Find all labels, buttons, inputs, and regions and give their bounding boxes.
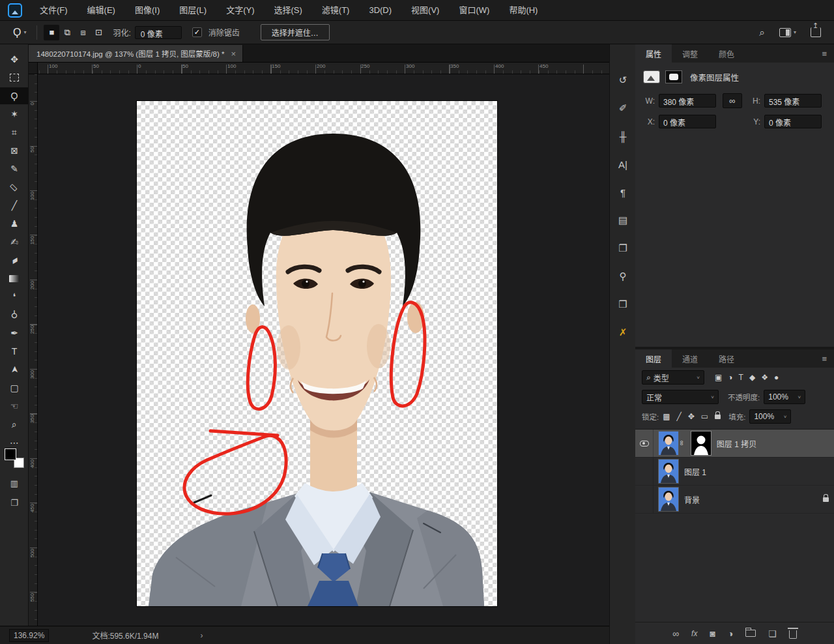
layer-thumbnail[interactable]	[659, 460, 678, 483]
lock-all-icon[interactable]	[715, 415, 721, 419]
type-tool[interactable]: T	[0, 343, 29, 360]
filter-type-layers-icon[interactable]: T	[739, 373, 743, 382]
tab-color[interactable]: 颜色	[708, 44, 745, 63]
layer-thumbnail[interactable]	[659, 432, 678, 455]
quick-mask-button[interactable]: ▥	[0, 478, 29, 488]
layer-row-background[interactable]: 背景	[635, 486, 834, 514]
share-icon[interactable]	[811, 27, 821, 37]
gradient-tool[interactable]	[0, 270, 29, 287]
lock-transparency-icon[interactable]: ▩	[663, 412, 670, 421]
menu-select[interactable]: 选择(S)	[265, 0, 310, 21]
marquee-tool[interactable]	[0, 69, 29, 86]
add-to-selection-button[interactable]: ⧉	[59, 25, 75, 40]
spot-healing-tool[interactable]: ▭	[0, 179, 29, 196]
tab-adjustments[interactable]: 调整	[672, 44, 708, 63]
move-tool[interactable]: ✥	[0, 51, 29, 68]
eyedropper-tool[interactable]: ✎	[0, 160, 29, 177]
tab-paths[interactable]: 路径	[708, 349, 745, 368]
filter-pixel-layers-icon[interactable]: ▣	[715, 373, 722, 382]
filter-adjustment-layers-icon[interactable]: ◑	[728, 373, 732, 382]
delete-layer-icon[interactable]	[789, 630, 797, 639]
menu-file[interactable]: 文件(F)	[31, 0, 76, 21]
width-field[interactable]: 380 像素	[659, 94, 716, 108]
new-layer-icon[interactable]: ❏	[768, 628, 777, 639]
search-icon[interactable]: ⌕	[760, 27, 765, 38]
panel-menu-icon[interactable]: ≡	[822, 49, 827, 59]
menu-help[interactable]: 帮助(H)	[500, 0, 546, 21]
history-brush-tool[interactable]: ✍	[0, 233, 29, 250]
height-field[interactable]: 535 像素	[764, 94, 822, 108]
clone-stamp-tool[interactable]: ♟	[0, 215, 29, 232]
layer-filter-kind[interactable]: ⌕ 类型 ˅	[642, 370, 704, 385]
x-field[interactable]: 0 像素	[659, 115, 716, 128]
history-panel-icon[interactable]: ↺	[610, 70, 636, 90]
lock-pixels-icon[interactable]: ╱	[677, 412, 682, 421]
quick-selection-tool[interactable]: ✶	[0, 106, 29, 123]
ruler-horizontal[interactable]: 100 50 0 50 100 150 200 250 300 350 400 …	[29, 63, 609, 74]
tab-layers[interactable]: 图层	[635, 349, 672, 368]
menu-filter[interactable]: 滤镜(T)	[313, 0, 358, 21]
mask-link-icon[interactable]: ∞	[678, 441, 686, 446]
visibility-toggle[interactable]	[635, 430, 654, 457]
pen-tool[interactable]: ✒	[0, 325, 29, 342]
blend-mode-select[interactable]: 正常 ˅	[642, 390, 719, 404]
menu-image[interactable]: 图像(I)	[126, 0, 168, 21]
workspace-switcher[interactable]: ▾	[779, 28, 796, 37]
layer-row-layer-1-copy[interactable]: ∞ 图层 1 拷贝	[635, 430, 834, 458]
brush-tool[interactable]: ╱	[0, 197, 29, 214]
clone-source-panel-icon[interactable]: ╫	[610, 126, 636, 146]
info-panel-icon[interactable]: ❐	[610, 239, 636, 258]
opacity-select[interactable]: 100% ˅	[764, 390, 805, 404]
link-layers-icon[interactable]: ∞	[672, 628, 679, 639]
tab-properties[interactable]: 属性	[635, 44, 672, 63]
layer-thumbnail[interactable]	[659, 488, 678, 511]
select-and-mask-button[interactable]: 选择并遮住…	[261, 24, 330, 40]
brush-settings-panel-icon[interactable]: ✐	[610, 98, 636, 118]
canvas-area[interactable]	[38, 74, 609, 626]
lasso-tool[interactable]: Ϙ	[0, 87, 29, 104]
frame-tool[interactable]: ⊠	[0, 142, 29, 159]
fill-select[interactable]: 100% ˅	[749, 409, 791, 424]
hand-tool[interactable]: ☜	[0, 398, 29, 415]
notes-panel-icon[interactable]: ⚲	[610, 267, 636, 286]
new-adjustment-layer-icon[interactable]: ◑	[728, 628, 733, 639]
blur-tool[interactable]: ❛	[0, 288, 29, 305]
eraser-tool[interactable]: ▰	[0, 252, 29, 269]
menu-window[interactable]: 窗口(W)	[450, 0, 498, 21]
filter-toggle-icon[interactable]: ●	[774, 373, 779, 382]
visibility-toggle[interactable]	[635, 458, 654, 485]
antialias-checkbox[interactable]: ✓	[192, 27, 202, 37]
panel-menu-icon[interactable]: ≡	[822, 354, 827, 364]
lock-position-icon[interactable]: ✥	[688, 412, 695, 421]
ruler-vertical[interactable]: 0 50 100 150 200 250 300 350 400 450 500…	[29, 74, 38, 626]
paragraph-panel-icon[interactable]: ¶	[610, 183, 636, 202]
intersect-selection-button[interactable]: ⊡	[91, 25, 106, 40]
layer-mask-thumbnail[interactable]	[691, 432, 711, 455]
visibility-toggle[interactable]	[635, 486, 654, 513]
y-field[interactable]: 0 像素	[764, 115, 822, 128]
background-lock-icon[interactable]	[823, 497, 829, 502]
filter-smart-objects-icon[interactable]: ❖	[761, 373, 768, 382]
libraries-panel-icon[interactable]: ❒	[610, 295, 636, 314]
character-panel-icon[interactable]: A|	[610, 154, 636, 174]
shape-tool[interactable]: ▢	[0, 379, 29, 396]
canvas-document[interactable]	[137, 101, 497, 606]
subtract-from-selection-button[interactable]: ⧈	[75, 25, 91, 40]
menu-layer[interactable]: 图层(L)	[171, 0, 215, 21]
tab-channels[interactable]: 通道	[672, 349, 708, 368]
feather-input[interactable]: 0 像素	[135, 26, 182, 39]
menu-view[interactable]: 视图(V)	[403, 0, 448, 21]
add-layer-mask-icon[interactable]: ◙	[710, 628, 715, 639]
foreground-color-swatch[interactable]	[5, 448, 16, 460]
zoom-tool[interactable]: ⌕	[0, 416, 29, 433]
crop-tool[interactable]: ⌗	[0, 124, 29, 141]
zoom-level-field[interactable]: 136.92%	[9, 629, 49, 642]
screen-mode-button[interactable]: ❐	[0, 498, 29, 508]
color-swatches[interactable]	[5, 448, 24, 468]
properties-panel-icon[interactable]: ▤	[610, 211, 636, 230]
menu-type[interactable]: 文字(Y)	[218, 0, 263, 21]
document-tab[interactable]: 1480220710174.jpg @ 137% (图层 1 拷贝, 图层蒙版/…	[29, 45, 243, 62]
path-selection-tool[interactable]: ➤	[0, 361, 29, 378]
menu-3d[interactable]: 3D(D)	[360, 0, 400, 21]
active-tool-icon[interactable]: Ϙ ▾	[9, 25, 30, 40]
